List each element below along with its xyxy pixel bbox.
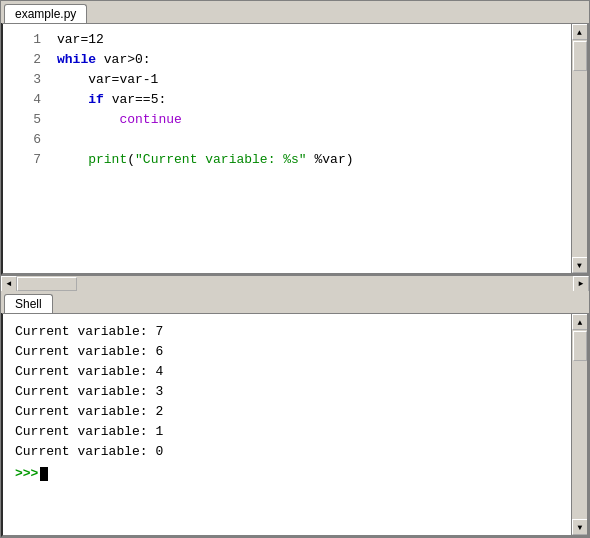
code-text: var=12 xyxy=(57,32,104,47)
shell-scroll-up-btn[interactable]: ▲ xyxy=(572,314,587,330)
token: var==5: xyxy=(104,92,166,107)
shell-scrollbar-v[interactable]: ▲ ▼ xyxy=(571,314,587,535)
code-text: print("Current variable: %s" %var) xyxy=(57,152,354,167)
line-number: 1 xyxy=(11,32,41,47)
scroll-up-btn[interactable]: ▲ xyxy=(572,24,588,40)
shell-output-line: Current variable: 4 xyxy=(15,362,559,382)
token: %var) xyxy=(307,152,354,167)
shell-output-line: Current variable: 3 xyxy=(15,382,559,402)
token: "Current variable: %s" xyxy=(135,152,307,167)
shell-scroll-thumb[interactable] xyxy=(573,331,587,361)
scroll-right-btn[interactable]: ► xyxy=(573,276,589,292)
token: ( xyxy=(127,152,135,167)
token: print xyxy=(88,152,127,167)
code-line: 1var=12 xyxy=(3,32,571,52)
token xyxy=(57,112,119,127)
token xyxy=(57,92,88,107)
line-number: 4 xyxy=(11,92,41,107)
token: var=var-1 xyxy=(57,72,158,87)
code-line: 3 var=var-1 xyxy=(3,72,571,92)
code-text: while var>0: xyxy=(57,52,151,67)
line-number: 2 xyxy=(11,52,41,67)
token xyxy=(57,152,88,167)
shell-output-line: Current variable: 7 xyxy=(15,322,559,342)
editor-tab[interactable]: example.py xyxy=(4,4,87,23)
scroll-h-thumb[interactable] xyxy=(17,277,77,291)
line-number: 6 xyxy=(11,132,41,147)
shell-tab-bar: Shell xyxy=(1,291,589,313)
scroll-down-btn[interactable]: ▼ xyxy=(572,257,588,273)
token: var=12 xyxy=(57,32,104,47)
code-line: 7 print("Current variable: %s" %var) xyxy=(3,152,571,172)
editor-scrollbar-v[interactable]: ▲ ▼ xyxy=(571,24,587,273)
line-number: 3 xyxy=(11,72,41,87)
code-line: 2while var>0: xyxy=(3,52,571,72)
shell-text-area[interactable]: Current variable: 7Current variable: 6Cu… xyxy=(3,314,571,535)
prompt-line: >>> xyxy=(15,466,559,481)
shell-output-line: Current variable: 1 xyxy=(15,422,559,442)
code-text: if var==5: xyxy=(57,92,166,107)
line-number: 7 xyxy=(11,152,41,167)
token: while xyxy=(57,52,96,67)
cursor xyxy=(40,467,48,481)
shell-output-line: Current variable: 6 xyxy=(15,342,559,362)
editor-scrollbar-h[interactable]: ◄ ► xyxy=(1,275,589,291)
scroll-track[interactable] xyxy=(572,40,587,257)
shell-area: Current variable: 7Current variable: 6Cu… xyxy=(1,313,589,537)
scroll-h-track[interactable] xyxy=(17,276,573,291)
token: var>0: xyxy=(96,52,151,67)
shell-scroll-track[interactable] xyxy=(572,330,587,519)
line-number: 5 xyxy=(11,112,41,127)
main-container: example.py 1var=122while var>0:3 var=var… xyxy=(0,0,590,538)
editor-area: 1var=122while var>0:3 var=var-14 if var=… xyxy=(1,23,589,275)
code-text: var=var-1 xyxy=(57,72,158,87)
code-line: 6 xyxy=(3,132,571,152)
shell-pane: Shell Current variable: 7Current variabl… xyxy=(1,291,589,537)
shell-tab[interactable]: Shell xyxy=(4,294,53,313)
scroll-thumb[interactable] xyxy=(573,41,587,71)
editor-tab-bar: example.py xyxy=(1,1,589,23)
shell-output-line: Current variable: 2 xyxy=(15,402,559,422)
shell-scroll-down-btn[interactable]: ▼ xyxy=(572,519,587,535)
token: continue xyxy=(119,112,181,127)
shell-with-scroll: Current variable: 7Current variable: 6Cu… xyxy=(3,314,587,535)
shell-output-line: Current variable: 0 xyxy=(15,442,559,462)
token: if xyxy=(88,92,104,107)
prompt-symbol: >>> xyxy=(15,466,38,481)
code-line: 5 continue xyxy=(3,112,571,132)
code-line: 4 if var==5: xyxy=(3,92,571,112)
editor-pane: example.py 1var=122while var>0:3 var=var… xyxy=(1,1,589,291)
code-content[interactable]: 1var=122while var>0:3 var=var-14 if var=… xyxy=(3,24,571,273)
code-text: continue xyxy=(57,112,182,127)
scroll-left-btn[interactable]: ◄ xyxy=(1,276,17,292)
